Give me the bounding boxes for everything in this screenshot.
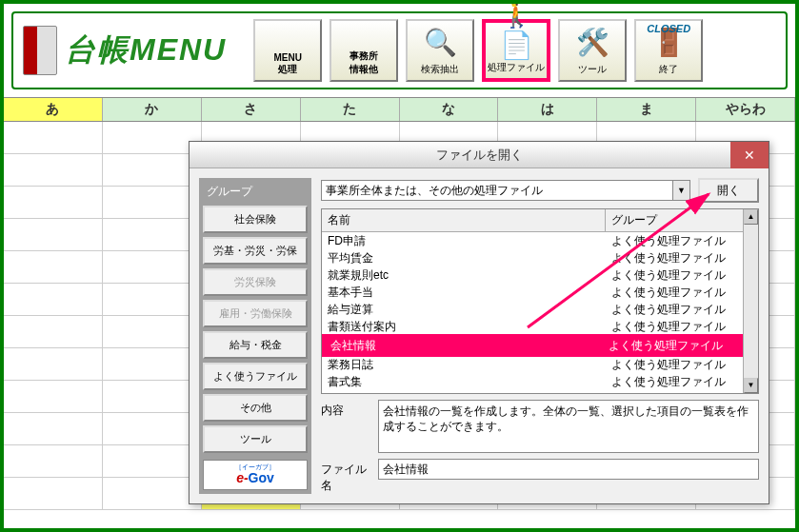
- file-group: よく使う処理ファイル: [606, 356, 758, 373]
- group-button-7[interactable]: ツール: [203, 425, 308, 453]
- file-row[interactable]: FD申請よく使う処理ファイル: [322, 232, 758, 249]
- desc-label: 内容: [321, 400, 372, 419]
- grid-cell[interactable]: [103, 284, 202, 316]
- grid-cell[interactable]: [4, 284, 103, 316]
- group-button-6[interactable]: その他: [203, 394, 308, 422]
- file-name: 平均賃金: [322, 249, 606, 266]
- closed-label: CLOSED: [647, 23, 690, 34]
- col-header-group[interactable]: グループ: [606, 209, 758, 231]
- group-button-5[interactable]: よく使うファイル: [203, 363, 308, 390]
- tab-ka[interactable]: か: [103, 98, 202, 121]
- file-list-header: 名前 グループ: [322, 209, 758, 232]
- dialog-right-panel: 事業所全体または、その他の処理ファイル ▼ 開く 名前 グループ FD申請よく使…: [321, 178, 759, 494]
- file-row[interactable]: 基本手当よく使う処理ファイル: [322, 284, 758, 301]
- logo-icon: [23, 26, 57, 75]
- desc-box: 会社情報の一覧を作成します。全体の一覧、選択した項目の一覧表を作成することができ…: [378, 400, 759, 453]
- file-group: よく使う処理ファイル: [606, 266, 758, 284]
- grid-cell[interactable]: [103, 316, 202, 348]
- group-panel-title: グループ: [203, 182, 308, 202]
- grid-cell[interactable]: [4, 413, 103, 445]
- grid-cell[interactable]: [4, 381, 103, 413]
- menu-processing-button[interactable]: MENU 処理: [253, 19, 322, 82]
- office-info-button[interactable]: 事務所 情報他: [330, 19, 398, 82]
- grid-cell[interactable]: [4, 478, 103, 510]
- tab-ma[interactable]: ま: [597, 98, 696, 121]
- exit-button[interactable]: CLOSED 🚪 終了: [634, 19, 703, 82]
- grid-cell[interactable]: [103, 251, 202, 284]
- grid-cell[interactable]: [4, 187, 103, 219]
- group-button-1[interactable]: 労基・労災・労保: [203, 237, 308, 265]
- dialog-titlebar: ファイルを開く ✕: [190, 142, 769, 168]
- file-name: 給与逆算: [322, 301, 606, 318]
- group-button-4[interactable]: 給与・税金: [203, 331, 308, 359]
- chevron-down-icon: ▼: [672, 181, 689, 200]
- grid-cell[interactable]: [103, 381, 202, 413]
- file-row[interactable]: 業務日誌よく使う処理ファイル: [322, 356, 758, 373]
- magnifier-icon: 🔍: [424, 21, 457, 63]
- file-name: 書式集: [322, 373, 606, 390]
- filename-field[interactable]: 会社情報: [378, 459, 759, 480]
- tool-icon: 🛠️: [576, 21, 609, 63]
- grid-cell[interactable]: [4, 445, 103, 478]
- tab-na[interactable]: な: [400, 98, 499, 121]
- grid-cell[interactable]: [4, 154, 103, 187]
- grid-cell[interactable]: [103, 348, 202, 381]
- file-group: よく使う処理ファイル: [603, 337, 755, 354]
- col-header-name[interactable]: 名前: [322, 209, 606, 231]
- app-header: 台帳MENU MENU 処理 事務所 情報他 🔍 検索抽出 🚶📄 処理ファイル …: [11, 11, 788, 89]
- tab-a[interactable]: あ: [4, 98, 103, 121]
- file-group: よく使う処理ファイル: [606, 390, 758, 393]
- file-list: 名前 グループ FD申請よく使う処理ファイル平均賃金よく使う処理ファイル就業規則…: [321, 208, 759, 394]
- group-panel: グループ 社会保険労基・労災・労保労災保険雇用・労働保険給与・税金よく使うファイ…: [199, 178, 311, 494]
- file-name: 就業規則etc: [322, 266, 606, 284]
- file-row[interactable]: 書類送付案内よく使う処理ファイル: [322, 318, 758, 335]
- grid-cell[interactable]: [4, 251, 103, 284]
- filename-label: ファイル名: [321, 459, 372, 494]
- kana-tabs: あ か さ た な は ま やらわ: [4, 97, 795, 122]
- file-name: 会社情報: [325, 337, 603, 354]
- dialog-title: ファイルを開く: [436, 147, 523, 164]
- file-row[interactable]: 平均賃金よく使う処理ファイル: [322, 249, 758, 266]
- grid-cell[interactable]: [103, 122, 202, 154]
- tab-sa[interactable]: さ: [202, 98, 301, 121]
- file-row[interactable]: 会社情報よく使う処理ファイル: [322, 334, 758, 357]
- file-name: FD申請: [322, 232, 606, 249]
- tool-button[interactable]: 🛠️ ツール: [558, 19, 627, 82]
- grid-cell[interactable]: [4, 122, 103, 154]
- grid-cell[interactable]: [4, 348, 103, 381]
- file-row[interactable]: 就業規則etcよく使う処理ファイル: [322, 266, 758, 284]
- grid-cell[interactable]: [103, 445, 202, 478]
- file-name: 業務日誌: [322, 356, 606, 373]
- group-button-0[interactable]: 社会保険: [203, 206, 308, 233]
- file-group: よく使う処理ファイル: [606, 318, 758, 335]
- search-extract-button[interactable]: 🔍 検索抽出: [406, 19, 474, 82]
- dialog-close-button[interactable]: ✕: [730, 142, 769, 168]
- egov-logo[interactable]: ［イーガブ］ e-Gov: [203, 460, 308, 490]
- group-button-2: 労災保険: [203, 268, 308, 296]
- process-file-button[interactable]: 🚶📄 処理ファイル: [482, 19, 550, 82]
- open-button[interactable]: 開く: [698, 178, 759, 203]
- grid-cell[interactable]: [103, 187, 202, 219]
- grid-cell[interactable]: [103, 154, 202, 187]
- file-type-combo[interactable]: 事業所全体または、その他の処理ファイル ▼: [321, 180, 690, 201]
- file-row[interactable]: 書式集よく使う処理ファイル: [322, 373, 758, 390]
- tab-yarawa[interactable]: やらわ: [696, 98, 795, 121]
- grid-cell[interactable]: [103, 413, 202, 445]
- scrollbar-vertical[interactable]: ▲ ▼: [743, 209, 758, 393]
- file-row[interactable]: 給与逆算よく使う処理ファイル: [322, 301, 758, 318]
- file-group: よく使う処理ファイル: [606, 301, 758, 318]
- grid-cell[interactable]: [103, 478, 202, 510]
- tab-ha[interactable]: は: [498, 98, 597, 121]
- group-button-3: 雇用・労働保険: [203, 300, 308, 327]
- file-name: 検索くん: [322, 390, 606, 393]
- tab-ta[interactable]: た: [301, 98, 400, 121]
- grid-cell[interactable]: [4, 219, 103, 251]
- file-group: よく使う処理ファイル: [606, 284, 758, 301]
- grid-cell[interactable]: [103, 219, 202, 251]
- file-name: 書類送付案内: [322, 318, 606, 335]
- grid-cell[interactable]: [4, 316, 103, 348]
- file-row[interactable]: 検索くんよく使う処理ファイル: [322, 390, 758, 393]
- scroll-down-icon[interactable]: ▼: [744, 378, 758, 393]
- file-group: よく使う処理ファイル: [606, 232, 758, 249]
- scroll-up-icon[interactable]: ▲: [744, 209, 758, 225]
